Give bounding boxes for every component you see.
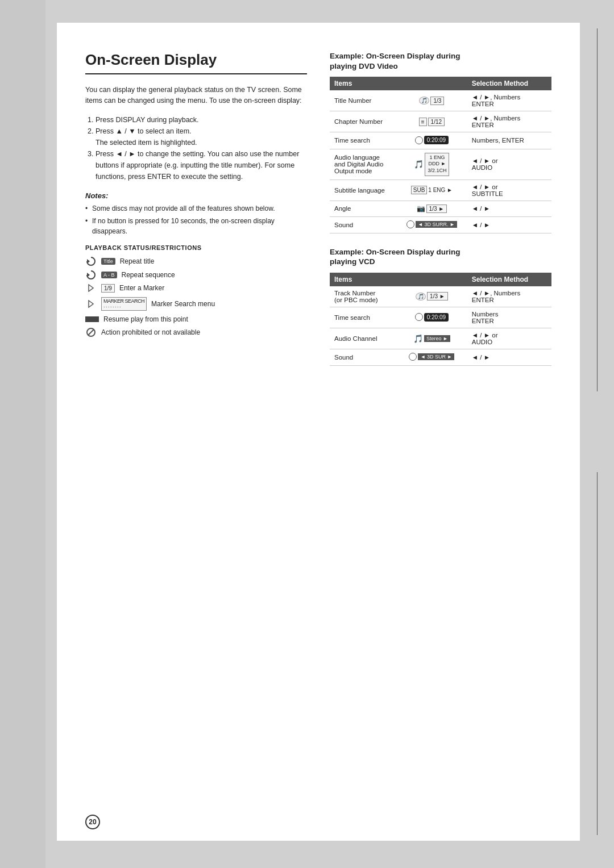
marker-fraction-icon <box>85 284 97 292</box>
step-3: Press ◄ / ► to change the setting. You c… <box>96 148 307 182</box>
steps-list: Press DISPLAY during playback. Press ▲ /… <box>96 114 307 182</box>
row-icon: ◄ 3D SUR ► <box>396 349 467 365</box>
row-method: ◄ / ► <box>467 216 551 233</box>
subtitle-icon: SUB 1 ENG ► <box>411 186 453 194</box>
playback-section: PLAYBACK STATUS/RESTRICTIONS Title Repea… <box>85 244 307 337</box>
playback-item-marker-search: MARKER SEARCH· · · · · · · · Marker Sear… <box>85 297 307 311</box>
marker-search-badge: MARKER SEARCH· · · · · · · · <box>101 297 147 311</box>
dvd-col-items: Items <box>330 77 396 90</box>
row-item: Audio languageand Digital AudioOutput mo… <box>330 149 396 180</box>
playback-label-resume: Resume play from this point <box>103 315 188 323</box>
vcd-heading: Example: On-Screen Display during playin… <box>330 247 551 267</box>
row-method: ◄ / ►, NumbersENTER <box>467 90 551 111</box>
table-row: Track Number(or PBC mode) 🎵 1/3 ► ◄ / ►,… <box>330 286 551 307</box>
row-item: Time search <box>330 132 396 149</box>
row-item: Sound <box>330 349 396 365</box>
playback-item-repeat-ab: A - B Repeat sequence <box>85 270 307 279</box>
table-row: Angle 📷 1/3 ► ◄ / ► <box>330 201 551 216</box>
left-margin <box>0 0 45 868</box>
playback-list: Title Repeat title A - B Repeat sequence <box>85 257 307 337</box>
playback-label-prohibited: Action prohibited or not available <box>101 328 200 336</box>
vcd-table: Items Selection Method Track Number(or P… <box>330 273 551 366</box>
row-method: ◄ / ► orSUBTITLE <box>467 180 551 201</box>
notes-list: Some discs may not provide all of the fe… <box>85 203 307 236</box>
playback-item-prohibited: Action prohibited or not available <box>85 328 307 337</box>
table-row: Time search 0:20:09 NumbersENTER <box>330 307 551 328</box>
row-method: ◄ / ►, NumbersENTER <box>467 111 551 132</box>
step-1: Press DISPLAY during playback. <box>96 114 307 126</box>
right-margin <box>583 23 611 841</box>
note-2: If no button is pressed for 10 seconds, … <box>85 216 307 236</box>
row-item: Title Number <box>330 90 396 111</box>
svg-marker-2 <box>89 285 93 291</box>
row-icon: SUB 1 ENG ► <box>396 180 467 201</box>
playback-item-repeat-title: Title Repeat title <box>85 257 307 266</box>
right-column: Example: On-Screen Display during playin… <box>330 51 551 379</box>
vcd-col-method: Selection Method <box>467 273 551 286</box>
playback-title: PLAYBACK STATUS/RESTRICTIONS <box>85 244 307 251</box>
row-icon: ≡ 1/12 <box>396 111 467 132</box>
row-icon: 🎵 1 ENGDDD ►3/2.1CH <box>396 149 467 180</box>
notes-section: Notes: Some discs may not provide all of… <box>85 191 307 236</box>
track-number-icon: 🎵 1/3 ► <box>416 292 448 301</box>
table-row: Audio languageand Digital AudioOutput mo… <box>330 149 551 180</box>
table-row: Title Number 🎵 1/3 ◄ / ►, NumbersENTER <box>330 90 551 111</box>
row-method: ◄ / ► orAUDIO <box>467 149 551 180</box>
audio-icon: 🎵 1 ENGDDD ►3/2.1CH <box>414 153 449 176</box>
dvd-section: Example: On-Screen Display during playin… <box>330 51 551 233</box>
vcd-sound-icon: ◄ 3D SUR ► <box>409 353 454 361</box>
vcd-col-items: Items <box>330 273 396 286</box>
left-column: On-Screen Display You can display the ge… <box>85 51 307 379</box>
row-icon: 0:20:09 <box>396 132 467 149</box>
sound-icon: ◄ 3D SURR. ► <box>406 220 457 228</box>
repeat-circle-icon <box>85 257 97 266</box>
dvd-table: Items Selection Method Title Number 🎵 <box>330 77 551 233</box>
vcd-time-search-icon: 0:20:09 <box>415 313 449 322</box>
dvd-heading: Example: On-Screen Display during playin… <box>330 51 551 71</box>
row-icon: ◄ 3D SURR. ► <box>396 216 467 233</box>
row-method: ◄ / ► orAUDIO <box>467 328 551 349</box>
intro-paragraph: You can display the general playback sta… <box>85 85 307 106</box>
page-container: On-Screen Display You can display the ge… <box>57 23 580 841</box>
table-row: Subtitle language SUB 1 ENG ► ◄ / ► orSU… <box>330 180 551 201</box>
step-2: Press ▲ / ▼ to select an item.The select… <box>96 126 307 148</box>
row-item: Subtitle language <box>330 180 396 201</box>
audio-channel-icon: 🎵 Stereo ► <box>413 334 450 343</box>
time-search-icon: 0:20:09 <box>415 136 449 144</box>
right-line-top <box>597 28 598 391</box>
table-row: Chapter Number ≡ 1/12 ◄ / ►, NumbersENTE… <box>330 111 551 132</box>
row-item: Time search <box>330 307 396 328</box>
row-icon: 🎵 1/3 ► <box>396 286 467 307</box>
row-item: Track Number(or PBC mode) <box>330 286 396 307</box>
title-tag: Title <box>101 258 115 265</box>
playback-label-repeat-title: Repeat title <box>120 257 155 265</box>
row-item: Sound <box>330 216 396 233</box>
table-row: Audio Channel 🎵 Stereo ► ◄ / ► orAUDIO <box>330 328 551 349</box>
row-icon: 0:20:09 <box>396 307 467 328</box>
dvd-table-header: Items Selection Method <box>330 77 551 90</box>
marker-search-icon <box>85 300 97 308</box>
title-number-icon: 🎵 1/3 <box>419 97 444 105</box>
note-1: Some discs may not provide all of the fe… <box>85 203 307 214</box>
prohibited-icon <box>85 328 97 337</box>
vcd-section: Example: On-Screen Display during playin… <box>330 247 551 366</box>
row-item: Audio Channel <box>330 328 396 349</box>
row-item: Chapter Number <box>330 111 396 132</box>
playback-label-marker: Enter a Marker <box>119 284 164 292</box>
playback-label-marker-search: Marker Search menu <box>151 300 215 308</box>
vcd-col-display <box>396 273 467 286</box>
svg-marker-1 <box>87 273 90 277</box>
row-method: ◄ / ► <box>467 201 551 216</box>
playback-item-resume: Resume play from this point <box>85 315 307 323</box>
row-icon: 🎵 Stereo ► <box>396 328 467 349</box>
right-line-bottom <box>597 472 598 835</box>
table-row: Time search 0:20:09 Numbers, ENTER <box>330 132 551 149</box>
angle-icon: 📷 1/3 ► <box>417 205 447 213</box>
row-method: ◄ / ► <box>467 349 551 365</box>
resume-icon <box>85 316 99 322</box>
repeat-ab-icon <box>85 270 97 279</box>
row-item: Angle <box>330 201 396 216</box>
table-row: Sound ◄ 3D SURR. ► ◄ / ► <box>330 216 551 233</box>
page-title: On-Screen Display <box>85 51 307 74</box>
ab-tag: A - B <box>101 272 117 278</box>
